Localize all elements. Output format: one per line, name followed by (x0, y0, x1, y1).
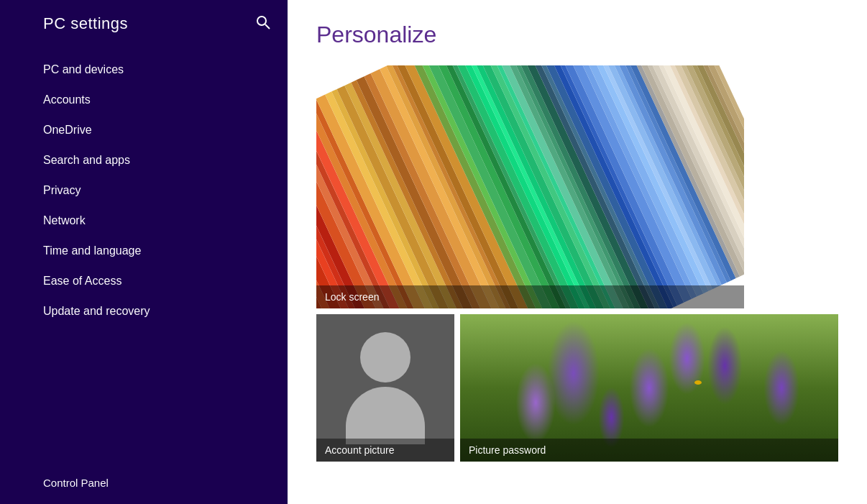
sidebar-item-update-and-recovery[interactable]: Update and recovery (0, 296, 288, 326)
account-picture-tile[interactable]: Account picture (316, 314, 454, 462)
svg-point-0 (257, 17, 266, 25)
sidebar-item-network[interactable]: Network (0, 206, 288, 236)
sidebar-item-privacy[interactable]: Privacy (0, 175, 288, 206)
search-button[interactable] (256, 15, 270, 33)
lock-screen-label: Lock screen (316, 285, 744, 308)
sidebar: PC settings PC and devicesAccountsOneDri… (0, 0, 288, 504)
bottom-tiles: Account picture Picture password (316, 314, 838, 462)
sidebar-item-time-and-language[interactable]: Time and language (0, 236, 288, 266)
account-picture-label: Account picture (316, 439, 454, 462)
control-panel-link[interactable]: Control Panel (43, 477, 109, 489)
sidebar-item-pc-and-devices[interactable]: PC and devices (0, 55, 288, 85)
sidebar-item-onedrive[interactable]: OneDrive (0, 115, 288, 145)
sidebar-header: PC settings (0, 0, 288, 40)
sidebar-title: PC settings (43, 14, 128, 33)
sidebar-item-ease-of-access[interactable]: Ease of Access (0, 266, 288, 296)
sidebar-bottom: Control Panel (43, 477, 109, 490)
sidebar-item-search-and-apps[interactable]: Search and apps (0, 145, 288, 175)
lock-screen-tile[interactable]: Lock screen (316, 65, 744, 308)
person-icon (346, 332, 425, 444)
person-body (346, 387, 425, 444)
person-head (360, 332, 410, 382)
picture-password-label: Picture password (460, 439, 838, 462)
picture-password-tile[interactable]: Picture password (460, 314, 838, 462)
sidebar-nav: PC and devicesAccountsOneDriveSearch and… (0, 55, 288, 326)
svg-line-1 (265, 24, 270, 29)
main-content: Personalize Lock screen Account picture … (288, 0, 867, 504)
sidebar-item-accounts[interactable]: Accounts (0, 85, 288, 115)
tiles-container: Lock screen Account picture Picture pass… (316, 65, 838, 462)
page-title: Personalize (316, 22, 838, 48)
